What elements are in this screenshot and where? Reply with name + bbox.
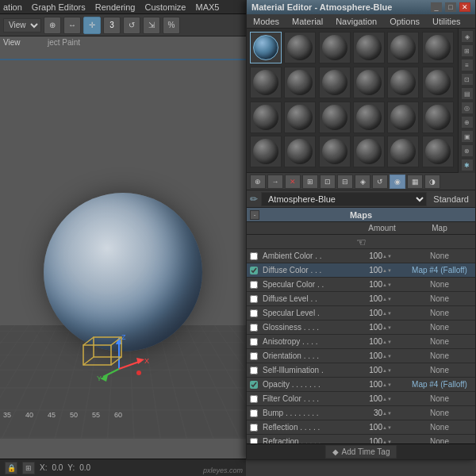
map-value-13[interactable]: None bbox=[404, 423, 475, 432]
side-btn-2[interactable]: ⊞ bbox=[461, 44, 474, 57]
map-value-9[interactable]: None bbox=[404, 366, 475, 374]
snap-icon[interactable]: ⊞ bbox=[22, 462, 35, 474]
mat-btn-get[interactable]: ⊞ bbox=[302, 175, 318, 189]
material-name-select[interactable]: Atmosphere-Blue bbox=[261, 192, 427, 206]
map-amount-12[interactable]: 30▲▼ bbox=[360, 409, 404, 417]
map-row-4[interactable]: Diffuse Level . .100▲▼None bbox=[247, 292, 475, 306]
toolbar-btn-move[interactable]: ✛ bbox=[83, 17, 101, 34]
map-amount-3[interactable]: 100▲▼ bbox=[360, 280, 404, 289]
map-checkbox-6[interactable] bbox=[250, 324, 258, 332]
mat-sphere-16[interactable] bbox=[353, 102, 385, 133]
map-amount-7[interactable]: 100▲▼ bbox=[360, 337, 404, 346]
map-amount-4[interactable]: 100▲▼ bbox=[360, 294, 404, 303]
mat-sphere-6[interactable] bbox=[422, 32, 454, 63]
lock-icon[interactable]: 🔒 bbox=[5, 462, 17, 474]
menu-item-rendering[interactable]: Rendering bbox=[95, 2, 136, 12]
map-value-10[interactable]: Map #4 (Falloff) bbox=[404, 380, 475, 389]
mat-btn-bg[interactable]: ▦ bbox=[407, 175, 423, 189]
side-btn-7[interactable]: ⊕ bbox=[461, 116, 474, 129]
add-time-tag-button[interactable]: ◆ Add Time Tag bbox=[325, 445, 397, 459]
map-checkbox-1[interactable] bbox=[250, 252, 258, 260]
mat-menu-utilities[interactable]: Utilities bbox=[426, 14, 466, 28]
side-btn-1[interactable]: ◈ bbox=[461, 30, 474, 43]
map-value-1[interactable]: None bbox=[404, 251, 475, 260]
map-checkbox-3[interactable] bbox=[250, 281, 258, 289]
mat-sphere-2[interactable] bbox=[284, 32, 316, 63]
map-amount-14[interactable]: 100▲▼ bbox=[360, 437, 404, 443]
mat-sphere-21[interactable] bbox=[319, 136, 351, 167]
map-value-8[interactable]: None bbox=[404, 351, 475, 360]
map-value-12[interactable]: None bbox=[404, 409, 475, 417]
toolbar-btn-scale[interactable]: ⇲ bbox=[143, 17, 160, 34]
side-btn-10[interactable]: ✱ bbox=[461, 159, 474, 171]
mat-btn-pick[interactable]: ⊕ bbox=[250, 175, 266, 189]
mat-sphere-3[interactable] bbox=[319, 32, 351, 63]
mat-menu-modes[interactable]: Modes bbox=[247, 14, 286, 28]
close-button[interactable]: ✕ bbox=[459, 2, 470, 12]
map-value-2[interactable]: Map #4 (Falloff) bbox=[404, 266, 475, 274]
map-row-1[interactable]: Ambient Color . .100▲▼None bbox=[247, 249, 475, 263]
map-checkbox-11[interactable] bbox=[250, 395, 258, 403]
map-value-6[interactable]: None bbox=[404, 323, 475, 332]
minimize-button[interactable]: _ bbox=[431, 2, 442, 12]
map-amount-13[interactable]: 100▲▼ bbox=[360, 423, 404, 432]
map-row-11[interactable]: Filter Color . . . .100▲▼None bbox=[247, 392, 475, 406]
toolbar-btn-percent[interactable]: % bbox=[163, 17, 180, 34]
mat-btn-reset[interactable]: ↺ bbox=[372, 175, 388, 189]
side-btn-6[interactable]: ◎ bbox=[461, 102, 474, 114]
mat-menu-material[interactable]: Material bbox=[286, 14, 329, 28]
mat-sphere-10[interactable] bbox=[353, 67, 385, 98]
map-value-5[interactable]: None bbox=[404, 309, 475, 317]
menu-item-customize[interactable]: Customize bbox=[145, 2, 186, 12]
maximize-button[interactable]: □ bbox=[445, 2, 456, 12]
mat-sphere-15[interactable] bbox=[319, 102, 351, 133]
side-btn-3[interactable]: ≡ bbox=[461, 59, 474, 71]
mat-sphere-17[interactable] bbox=[387, 102, 419, 133]
mat-btn-assign[interactable]: → bbox=[267, 175, 283, 189]
side-btn-8[interactable]: ▣ bbox=[461, 130, 474, 143]
map-checkbox-13[interactable] bbox=[250, 424, 258, 432]
mat-menu-navigation[interactable]: Navigation bbox=[329, 14, 383, 28]
mat-sphere-9[interactable] bbox=[319, 67, 351, 98]
mat-sphere-4[interactable] bbox=[353, 32, 385, 63]
maps-collapse-btn[interactable]: - bbox=[250, 210, 259, 220]
mat-btn-show[interactable]: ◉ bbox=[390, 175, 405, 189]
map-row-12[interactable]: Bump . . . . . . . .30▲▼None bbox=[247, 406, 475, 420]
mat-sphere-23[interactable] bbox=[387, 136, 419, 167]
toolbar-btn-rotate[interactable]: ↺ bbox=[123, 17, 140, 34]
menu-item-graph-editors[interactable]: Graph Editors bbox=[32, 2, 86, 12]
side-btn-4[interactable]: ⊡ bbox=[461, 73, 474, 86]
mat-sphere-19[interactable] bbox=[250, 136, 282, 167]
mat-sphere-14[interactable] bbox=[284, 102, 316, 133]
mat-menu-options[interactable]: Options bbox=[383, 14, 426, 28]
mat-btn-delete[interactable]: ✕ bbox=[285, 175, 301, 189]
view-select[interactable]: View bbox=[3, 18, 41, 33]
map-value-11[interactable]: None bbox=[404, 394, 475, 403]
map-row-14[interactable]: Refraction . . . . .100▲▼None bbox=[247, 435, 475, 443]
map-amount-9[interactable]: 100▲▼ bbox=[360, 366, 404, 374]
map-amount-6[interactable]: 100▲▼ bbox=[360, 323, 404, 332]
mat-sphere-7[interactable] bbox=[250, 67, 282, 98]
side-btn-5[interactable]: ▤ bbox=[461, 87, 474, 100]
map-row-6[interactable]: Glossiness . . . .100▲▼None bbox=[247, 321, 475, 335]
map-row-10[interactable]: Opacity . . . . . . .100▲▼Map #4 (Fallof… bbox=[247, 378, 475, 392]
map-value-7[interactable]: None bbox=[404, 337, 475, 346]
map-row-8[interactable]: Orientation . . . .100▲▼None bbox=[247, 349, 475, 363]
map-checkbox-9[interactable] bbox=[250, 367, 258, 374]
toolbar-btn-1[interactable]: ⊕ bbox=[44, 17, 61, 34]
map-checkbox-8[interactable] bbox=[250, 352, 258, 360]
map-checkbox-14[interactable] bbox=[250, 438, 258, 444]
map-value-4[interactable]: None bbox=[404, 294, 475, 303]
map-row-5[interactable]: Specular Level .100▲▼None bbox=[247, 306, 475, 321]
mat-sphere-1[interactable] bbox=[250, 32, 282, 63]
mat-btn-make-unique[interactable]: ◈ bbox=[355, 175, 370, 189]
map-row-9[interactable]: Self-Illumination .100▲▼None bbox=[247, 363, 475, 378]
map-row-7[interactable]: Anisotropy . . . .100▲▼None bbox=[247, 335, 475, 349]
map-amount-5[interactable]: 100▲▼ bbox=[360, 309, 404, 317]
map-checkbox-4[interactable] bbox=[250, 295, 258, 303]
map-checkbox-5[interactable] bbox=[250, 309, 258, 317]
mat-sphere-12[interactable] bbox=[422, 67, 454, 98]
toolbar-btn-count[interactable]: 3 bbox=[103, 17, 121, 34]
mat-sphere-13[interactable] bbox=[250, 102, 282, 133]
map-amount-8[interactable]: 100▲▼ bbox=[360, 351, 404, 360]
